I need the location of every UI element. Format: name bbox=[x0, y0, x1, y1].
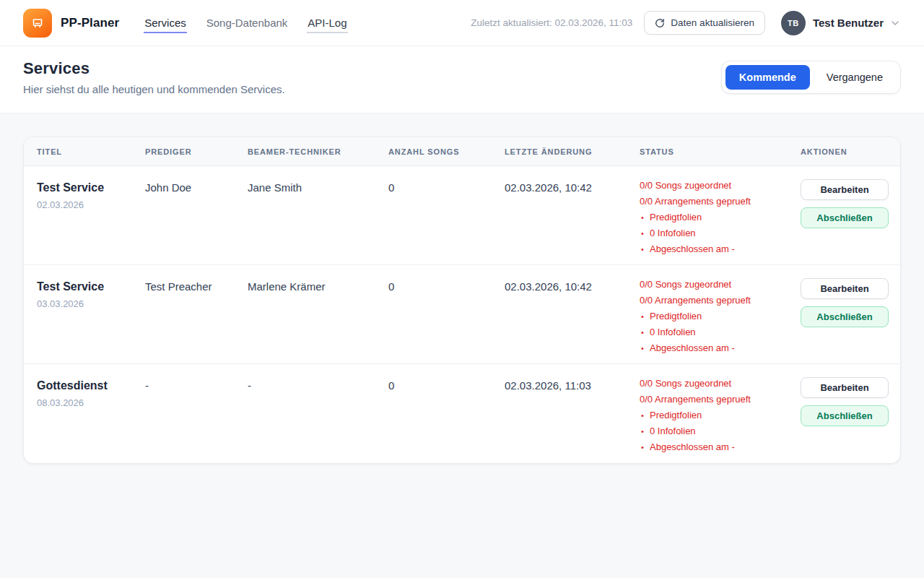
refresh-data-button[interactable]: Daten aktualisieren bbox=[644, 11, 765, 35]
avatar[interactable]: TB bbox=[781, 11, 806, 35]
song-count-cell: 0 bbox=[388, 364, 505, 463]
user-name: Test Benutzer bbox=[813, 17, 884, 29]
table-body: Test Service 02.03.2026 John Doe Jane Sm… bbox=[24, 166, 900, 463]
main-nav: Services Song-Datenbank API-Log bbox=[144, 12, 347, 33]
service-date: 02.03.2026 bbox=[37, 199, 136, 210]
last-modified-cell: 02.03.2026, 11:03 bbox=[505, 364, 640, 463]
status-line: 0/0 Arrangements geprueft bbox=[640, 392, 792, 407]
service-title: Test Service bbox=[37, 181, 136, 194]
technician-cell: - bbox=[248, 364, 388, 463]
status-line: 0/0 Songs zugeordnet bbox=[640, 178, 792, 194]
table-row: Test Service 03.03.2026 Test Preacher Ma… bbox=[24, 265, 900, 364]
service-title: Gottesdienst bbox=[37, 379, 136, 392]
refresh-icon bbox=[655, 18, 665, 28]
page-header-text: Services Hier siehst du alle heutigen un… bbox=[23, 59, 285, 95]
column-header-prediger: PREDIGER bbox=[145, 147, 248, 156]
nav-item-api-log[interactable]: API-Log bbox=[307, 12, 347, 33]
status-cell: 0/0 Songs zugeordnet0/0 Arrangements gep… bbox=[640, 364, 801, 463]
nav-item-services[interactable]: Services bbox=[144, 12, 187, 33]
column-header-letzte-aenderung: LETZTE ÄNDERUNG bbox=[505, 147, 640, 156]
service-date: 03.03.2026 bbox=[37, 298, 136, 309]
status-bullet-item: Predigtfolien bbox=[640, 407, 792, 423]
nav-item-song-datenbank[interactable]: Song-Datenbank bbox=[206, 12, 289, 33]
last-modified-cell: 02.03.2026, 10:42 bbox=[505, 265, 640, 363]
edit-button[interactable]: Bearbeiten bbox=[801, 179, 889, 200]
page-title: Services bbox=[23, 59, 285, 78]
topbar: PP-Planer Services Song-Datenbank API-Lo… bbox=[0, 0, 924, 46]
main-content: TITEL PREDIGER BEAMER-TECHNIKER ANZAHL S… bbox=[0, 113, 924, 487]
app-logo bbox=[23, 9, 52, 38]
complete-button[interactable]: Abschließen bbox=[801, 405, 889, 426]
actions-cell: Bearbeiten Abschließen bbox=[801, 364, 900, 463]
status-bullet-item: Abgeschlossen am - bbox=[640, 340, 792, 356]
technician-cell: Jane Smith bbox=[248, 166, 388, 264]
filter-upcoming-button[interactable]: Kommende bbox=[725, 65, 810, 90]
last-modified-cell: 02.03.2026, 10:42 bbox=[505, 166, 640, 264]
status-cell: 0/0 Songs zugeordnet0/0 Arrangements gep… bbox=[640, 166, 801, 264]
song-count-cell: 0 bbox=[388, 265, 505, 363]
column-header-aktionen: AKTIONEN bbox=[801, 147, 900, 156]
status-bullet-item: Abgeschlossen am - bbox=[640, 439, 792, 455]
preacher-cell: - bbox=[145, 364, 248, 463]
status-bullet-item: Predigtfolien bbox=[640, 309, 792, 324]
filter-past-button[interactable]: Vergangene bbox=[813, 65, 897, 90]
technician-cell: Marlene Krämer bbox=[248, 265, 388, 363]
song-count-cell: 0 bbox=[388, 166, 505, 264]
service-date: 08.03.2026 bbox=[37, 397, 136, 408]
column-header-beamer-techniker: BEAMER-TECHNIKER bbox=[248, 147, 388, 156]
title-cell: Gottesdienst 08.03.2026 bbox=[37, 364, 145, 463]
presentation-icon bbox=[30, 15, 45, 31]
table-row: Test Service 02.03.2026 John Doe Jane Sm… bbox=[24, 166, 900, 265]
status-bullet-item: 0 Infofolien bbox=[640, 324, 792, 340]
column-header-status: STATUS bbox=[640, 147, 801, 156]
refresh-button-label: Daten aktualisieren bbox=[671, 17, 754, 28]
chevron-down-icon[interactable] bbox=[889, 17, 901, 29]
edit-button[interactable]: Bearbeiten bbox=[801, 278, 889, 299]
status-bullet-item: Abgeschlossen am - bbox=[640, 241, 792, 257]
status-bullet-item: 0 Infofolien bbox=[640, 225, 792, 241]
status-cell: 0/0 Songs zugeordnet0/0 Arrangements gep… bbox=[640, 265, 801, 363]
status-line: 0/0 Songs zugeordnet bbox=[640, 277, 792, 293]
status-line: 0/0 Songs zugeordnet bbox=[640, 376, 792, 392]
status-line: 0/0 Arrangements geprueft bbox=[640, 293, 792, 309]
title-cell: Test Service 03.03.2026 bbox=[37, 265, 145, 363]
services-table-card: TITEL PREDIGER BEAMER-TECHNIKER ANZAHL S… bbox=[23, 137, 901, 464]
page-header: Services Hier siehst du alle heutigen un… bbox=[0, 46, 924, 113]
page-subtitle: Hier siehst du alle heutigen und kommend… bbox=[23, 83, 285, 95]
table-header-row: TITEL PREDIGER BEAMER-TECHNIKER ANZAHL S… bbox=[24, 137, 900, 166]
status-bullet-item: 0 Infofolien bbox=[640, 423, 792, 439]
last-updated-text: Zuletzt aktualisiert: 02.03.2026, 11:03 bbox=[471, 17, 632, 28]
status-bullet-item: Predigtfolien bbox=[640, 210, 792, 225]
actions-cell: Bearbeiten Abschließen bbox=[801, 166, 900, 264]
table-row: Gottesdienst 08.03.2026 - - 0 02.03.2026… bbox=[24, 364, 900, 463]
complete-button[interactable]: Abschließen bbox=[801, 207, 889, 228]
complete-button[interactable]: Abschließen bbox=[801, 306, 889, 327]
column-header-titel: TITEL bbox=[37, 147, 145, 156]
service-title: Test Service bbox=[37, 280, 136, 293]
title-cell: Test Service 02.03.2026 bbox=[37, 166, 145, 264]
column-header-anzahl-songs: ANZAHL SONGS bbox=[388, 147, 505, 156]
status-line: 0/0 Arrangements geprueft bbox=[640, 194, 792, 210]
edit-button[interactable]: Bearbeiten bbox=[801, 377, 889, 398]
preacher-cell: Test Preacher bbox=[145, 265, 248, 363]
topbar-right: Zuletzt aktualisiert: 02.03.2026, 11:03 … bbox=[471, 11, 901, 35]
actions-cell: Bearbeiten Abschließen bbox=[801, 265, 900, 363]
brand-title: PP-Planer bbox=[61, 16, 119, 30]
services-filter-toggle: Kommende Vergangene bbox=[721, 61, 901, 94]
preacher-cell: John Doe bbox=[145, 166, 248, 264]
